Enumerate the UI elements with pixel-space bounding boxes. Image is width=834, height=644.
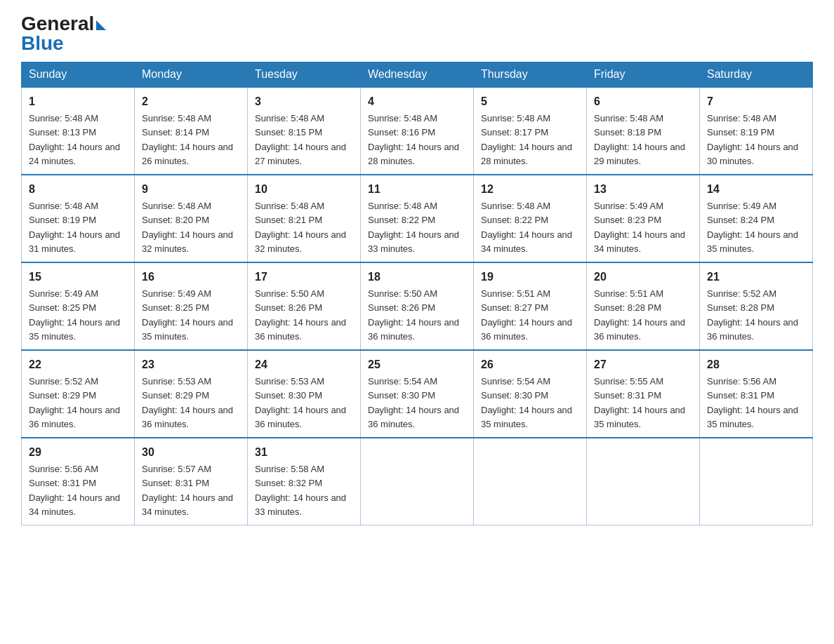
day-number: 1 bbox=[29, 93, 127, 110]
calendar-cell: 18 Sunrise: 5:50 AM Sunset: 8:26 PM Dayl… bbox=[361, 262, 474, 350]
day-sunrise: Sunrise: 5:48 AM bbox=[368, 201, 437, 211]
calendar-cell: 16 Sunrise: 5:49 AM Sunset: 8:25 PM Dayl… bbox=[135, 262, 248, 350]
day-sunrise: Sunrise: 5:53 AM bbox=[255, 376, 324, 387]
day-daylight: Daylight: 14 hours and 35 minutes. bbox=[29, 317, 120, 342]
day-number: 20 bbox=[594, 269, 692, 286]
day-number: 28 bbox=[707, 356, 805, 373]
day-sunset: Sunset: 8:31 PM bbox=[707, 390, 774, 401]
day-daylight: Daylight: 14 hours and 34 minutes. bbox=[481, 229, 572, 254]
day-number: 21 bbox=[707, 269, 805, 286]
day-number: 8 bbox=[29, 181, 127, 198]
day-daylight: Daylight: 14 hours and 36 minutes. bbox=[255, 317, 346, 342]
day-sunrise: Sunrise: 5:48 AM bbox=[29, 201, 98, 211]
day-sunrise: Sunrise: 5:51 AM bbox=[594, 288, 663, 299]
day-sunset: Sunset: 8:22 PM bbox=[481, 215, 548, 225]
day-sunrise: Sunrise: 5:50 AM bbox=[368, 288, 437, 299]
day-sunrise: Sunrise: 5:48 AM bbox=[255, 201, 324, 211]
day-sunrise: Sunrise: 5:56 AM bbox=[29, 464, 98, 474]
calendar-cell: 28 Sunrise: 5:56 AM Sunset: 8:31 PM Dayl… bbox=[700, 350, 813, 438]
day-sunrise: Sunrise: 5:53 AM bbox=[142, 376, 211, 387]
day-sunset: Sunset: 8:15 PM bbox=[255, 127, 322, 137]
day-daylight: Daylight: 14 hours and 35 minutes. bbox=[707, 229, 798, 254]
day-sunset: Sunset: 8:18 PM bbox=[594, 127, 661, 137]
day-sunrise: Sunrise: 5:52 AM bbox=[29, 376, 98, 387]
calendar-cell: 29 Sunrise: 5:56 AM Sunset: 8:31 PM Dayl… bbox=[22, 438, 135, 525]
day-sunset: Sunset: 8:30 PM bbox=[368, 390, 435, 401]
day-sunset: Sunset: 8:28 PM bbox=[594, 302, 661, 313]
day-daylight: Daylight: 14 hours and 31 minutes. bbox=[29, 229, 120, 254]
day-daylight: Daylight: 14 hours and 36 minutes. bbox=[594, 317, 685, 342]
day-sunset: Sunset: 8:26 PM bbox=[255, 302, 322, 313]
day-sunrise: Sunrise: 5:48 AM bbox=[142, 201, 211, 211]
day-number: 10 bbox=[255, 181, 353, 198]
day-number: 29 bbox=[29, 444, 127, 461]
day-sunset: Sunset: 8:13 PM bbox=[29, 127, 96, 137]
day-sunset: Sunset: 8:24 PM bbox=[707, 215, 774, 225]
day-number: 16 bbox=[142, 269, 240, 286]
day-daylight: Daylight: 14 hours and 29 minutes. bbox=[594, 142, 685, 166]
day-number: 23 bbox=[142, 356, 240, 373]
day-daylight: Daylight: 14 hours and 36 minutes. bbox=[368, 317, 459, 342]
day-sunrise: Sunrise: 5:49 AM bbox=[29, 288, 98, 299]
day-sunset: Sunset: 8:19 PM bbox=[707, 127, 774, 137]
calendar-cell: 25 Sunrise: 5:54 AM Sunset: 8:30 PM Dayl… bbox=[361, 350, 474, 438]
day-number: 17 bbox=[255, 269, 353, 286]
day-sunset: Sunset: 8:16 PM bbox=[368, 127, 435, 137]
day-number: 2 bbox=[142, 93, 240, 110]
day-number: 3 bbox=[255, 93, 353, 110]
header-sunday: Sunday bbox=[22, 62, 135, 88]
day-number: 11 bbox=[368, 181, 466, 198]
day-sunrise: Sunrise: 5:57 AM bbox=[142, 464, 211, 474]
day-daylight: Daylight: 14 hours and 36 minutes. bbox=[481, 317, 572, 342]
calendar-week-row: 15 Sunrise: 5:49 AM Sunset: 8:25 PM Dayl… bbox=[22, 262, 813, 350]
day-daylight: Daylight: 14 hours and 36 minutes. bbox=[368, 405, 459, 429]
calendar-cell: 17 Sunrise: 5:50 AM Sunset: 8:26 PM Dayl… bbox=[248, 262, 361, 350]
day-sunset: Sunset: 8:26 PM bbox=[368, 302, 435, 313]
calendar-cell: 5 Sunrise: 5:48 AM Sunset: 8:17 PM Dayli… bbox=[474, 87, 587, 175]
day-sunset: Sunset: 8:31 PM bbox=[142, 478, 209, 488]
day-sunrise: Sunrise: 5:58 AM bbox=[255, 464, 324, 474]
day-daylight: Daylight: 14 hours and 34 minutes. bbox=[594, 229, 685, 254]
day-daylight: Daylight: 14 hours and 35 minutes. bbox=[142, 317, 233, 342]
header-monday: Monday bbox=[135, 62, 248, 88]
day-daylight: Daylight: 14 hours and 34 minutes. bbox=[29, 492, 120, 517]
calendar-cell: 11 Sunrise: 5:48 AM Sunset: 8:22 PM Dayl… bbox=[361, 175, 474, 262]
calendar-cell: 12 Sunrise: 5:48 AM Sunset: 8:22 PM Dayl… bbox=[474, 175, 587, 262]
day-sunset: Sunset: 8:23 PM bbox=[594, 215, 661, 225]
day-sunrise: Sunrise: 5:54 AM bbox=[481, 376, 550, 387]
day-sunset: Sunset: 8:32 PM bbox=[255, 478, 322, 488]
day-daylight: Daylight: 14 hours and 35 minutes. bbox=[707, 405, 798, 429]
logo-arrow-icon bbox=[96, 20, 106, 30]
calendar-cell: 13 Sunrise: 5:49 AM Sunset: 8:23 PM Dayl… bbox=[587, 175, 700, 262]
day-sunrise: Sunrise: 5:48 AM bbox=[255, 113, 324, 123]
calendar-cell bbox=[474, 438, 587, 525]
day-daylight: Daylight: 14 hours and 30 minutes. bbox=[707, 142, 798, 166]
day-daylight: Daylight: 14 hours and 27 minutes. bbox=[255, 142, 346, 166]
calendar-cell: 14 Sunrise: 5:49 AM Sunset: 8:24 PM Dayl… bbox=[700, 175, 813, 262]
calendar-cell: 2 Sunrise: 5:48 AM Sunset: 8:14 PM Dayli… bbox=[135, 87, 248, 175]
header-friday: Friday bbox=[587, 62, 700, 88]
day-number: 18 bbox=[368, 269, 466, 286]
day-sunrise: Sunrise: 5:49 AM bbox=[707, 201, 776, 211]
calendar-cell: 6 Sunrise: 5:48 AM Sunset: 8:18 PM Dayli… bbox=[587, 87, 700, 175]
day-daylight: Daylight: 14 hours and 36 minutes. bbox=[255, 405, 346, 429]
day-sunrise: Sunrise: 5:49 AM bbox=[142, 288, 211, 299]
calendar-cell: 8 Sunrise: 5:48 AM Sunset: 8:19 PM Dayli… bbox=[22, 175, 135, 262]
calendar-cell: 22 Sunrise: 5:52 AM Sunset: 8:29 PM Dayl… bbox=[22, 350, 135, 438]
header-tuesday: Tuesday bbox=[248, 62, 361, 88]
day-number: 7 bbox=[707, 93, 805, 110]
logo: General Blue bbox=[21, 14, 106, 55]
day-sunrise: Sunrise: 5:48 AM bbox=[594, 113, 663, 123]
calendar-cell bbox=[361, 438, 474, 525]
day-sunrise: Sunrise: 5:50 AM bbox=[255, 288, 324, 299]
calendar-cell: 9 Sunrise: 5:48 AM Sunset: 8:20 PM Dayli… bbox=[135, 175, 248, 262]
calendar-cell bbox=[700, 438, 813, 525]
header-wednesday: Wednesday bbox=[361, 62, 474, 88]
logo-blue-text: Blue bbox=[21, 32, 64, 55]
day-sunset: Sunset: 8:28 PM bbox=[707, 302, 774, 313]
day-sunrise: Sunrise: 5:51 AM bbox=[481, 288, 550, 299]
day-sunrise: Sunrise: 5:48 AM bbox=[142, 113, 211, 123]
calendar-cell: 7 Sunrise: 5:48 AM Sunset: 8:19 PM Dayli… bbox=[700, 87, 813, 175]
calendar-cell: 3 Sunrise: 5:48 AM Sunset: 8:15 PM Dayli… bbox=[248, 87, 361, 175]
calendar-cell: 1 Sunrise: 5:48 AM Sunset: 8:13 PM Dayli… bbox=[22, 87, 135, 175]
